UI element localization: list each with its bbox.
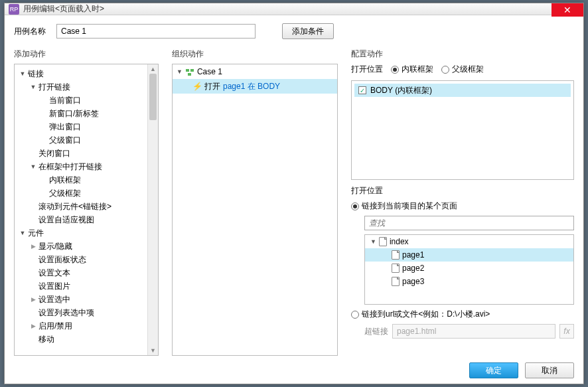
panels: 添加动作 链接 打开链接 当前窗口 新窗口/新标签 弹出窗口 父级窗口 关闭窗口…	[14, 48, 574, 356]
open-position-label-2: 打开位置	[351, 185, 574, 196]
action-row[interactable]: ⚡ 打开 page1 在 BODY	[173, 79, 337, 94]
radio-link-project-page[interactable]: 链接到当前项目的某个页面	[351, 200, 574, 212]
tree-item[interactable]: 关闭窗口	[15, 147, 158, 160]
page-tree-item[interactable]: page3	[365, 275, 573, 288]
configure-action-title: 配置动作	[351, 48, 574, 60]
add-condition-button[interactable]: 添加条件	[282, 23, 334, 39]
tree-item[interactable]: 启用/禁用	[15, 319, 158, 333]
open-position-label: 打开位置	[351, 64, 383, 75]
tree-item[interactable]: 弹出窗口	[15, 120, 158, 133]
organize-action-title: 组织动作	[172, 48, 338, 60]
radio-link-url[interactable]: 链接到url或文件<例如：D:\小楼.avi>	[351, 309, 574, 320]
page-icon	[379, 237, 387, 246]
svg-rect-2	[188, 73, 191, 76]
chevron-down-icon[interactable]: ▼	[177, 68, 183, 75]
dialog-content: 用例名称 添加条件 添加动作 链接 打开链接 当前窗口 新窗口/新标签 弹出窗口…	[5, 15, 583, 385]
configure-action-panel: 配置动作 打开位置 内联框架 父级框架 ✓ BODY (内联框架)	[351, 48, 574, 356]
bolt-icon: ⚡	[192, 82, 202, 91]
tree-item[interactable]: 设置文本	[15, 266, 158, 279]
tree-item[interactable]: 设置自适应视图	[15, 213, 158, 226]
app-icon: RP	[9, 4, 19, 15]
page-icon	[392, 277, 400, 286]
hyperlink-row: 超链接 fx	[364, 324, 574, 339]
scroll-up-icon[interactable]: ▲	[148, 64, 158, 74]
fx-button[interactable]: fx	[559, 324, 574, 339]
action-link: page1 在 BODY	[223, 81, 280, 92]
tree-item[interactable]: 内联框架	[15, 173, 158, 187]
case-icon	[185, 67, 194, 76]
chevron-down-icon[interactable]: ▼	[370, 238, 376, 245]
ok-button[interactable]: 确定	[469, 362, 518, 378]
svg-rect-0	[186, 69, 189, 72]
frame-listbox[interactable]: ✓ BODY (内联框架)	[351, 80, 574, 180]
dialog-footer: 确定 取消	[14, 356, 574, 378]
page-tree[interactable]: ▼ index page1 page2	[364, 234, 574, 305]
tree-item[interactable]: 移动	[15, 333, 158, 346]
titlebar: RP 用例编辑<页面载入时> ✕	[5, 3, 583, 15]
scroll-down-icon[interactable]: ▼	[148, 346, 158, 355]
tree-item[interactable]: 链接	[15, 67, 158, 80]
cancel-button[interactable]: 取消	[525, 362, 574, 378]
organize-action-panel: 组织动作 ▼ Case 1 ⚡ 打开 page1 在 BODY	[172, 48, 338, 356]
case-name-row: 用例名称 添加条件	[14, 23, 574, 39]
case-editor-dialog: RP 用例编辑<页面载入时> ✕ 用例名称 添加条件 添加动作 链接 打开链接 …	[4, 3, 584, 384]
tree-item[interactable]: 设置选中	[15, 293, 158, 306]
tree-item[interactable]: 新窗口/新标签	[15, 107, 158, 120]
tree-item[interactable]: 父级框架	[15, 187, 158, 200]
action-prefix: 打开	[204, 81, 220, 92]
tree-item[interactable]: 显示/隐藏	[15, 240, 158, 253]
hyperlink-label: 超链接	[364, 326, 388, 337]
chevron-right-icon[interactable]	[29, 323, 37, 329]
scrollbar[interactable]: ▲ ▼	[147, 64, 158, 355]
hyperlink-input[interactable]	[392, 324, 555, 339]
close-button[interactable]: ✕	[551, 3, 583, 17]
radio-inline-frame[interactable]: 内联框架	[391, 64, 433, 75]
chevron-down-icon[interactable]	[29, 84, 37, 90]
chevron-down-icon[interactable]	[19, 230, 27, 236]
tree-item[interactable]: 设置列表选中项	[15, 306, 158, 319]
chevron-down-icon[interactable]	[29, 163, 37, 170]
page-search-input[interactable]	[364, 216, 574, 230]
tree-item[interactable]: 设置面板状态	[15, 253, 158, 266]
chevron-down-icon[interactable]	[19, 70, 27, 77]
window-title: 用例编辑<页面载入时>	[23, 3, 104, 15]
tree-item[interactable]: 父级窗口	[15, 133, 158, 147]
case-label: Case 1	[197, 67, 222, 76]
tree-item[interactable]: 滚动到元件<锚链接>	[15, 200, 158, 213]
svg-rect-1	[190, 69, 194, 72]
checkbox-icon[interactable]: ✓	[358, 86, 366, 94]
case-action-tree[interactable]: ▼ Case 1 ⚡ 打开 page1 在 BODY	[172, 64, 338, 356]
page-tree-root[interactable]: ▼ index	[365, 235, 573, 248]
case-name-label: 用例名称	[14, 26, 50, 37]
case-name-input[interactable]	[56, 24, 256, 39]
tree-item[interactable]: 当前窗口	[15, 94, 158, 107]
tree-item[interactable]: 在框架中打开链接	[15, 160, 158, 173]
add-action-title: 添加动作	[14, 48, 159, 60]
add-action-panel: 添加动作 链接 打开链接 当前窗口 新窗口/新标签 弹出窗口 父级窗口 关闭窗口…	[14, 48, 159, 356]
frame-item-label: BODY (内联框架)	[370, 85, 432, 96]
link-target-section: 打开位置 链接到当前项目的某个页面 ▼ index page1	[351, 185, 574, 339]
frame-item[interactable]: ✓ BODY (内联框架)	[354, 84, 571, 97]
radio-parent-frame[interactable]: 父级框架	[441, 64, 484, 75]
scroll-thumb[interactable]	[149, 74, 157, 120]
case-row[interactable]: ▼ Case 1	[173, 64, 337, 79]
chevron-right-icon[interactable]	[29, 296, 37, 303]
chevron-right-icon[interactable]	[29, 243, 37, 250]
page-icon	[392, 264, 400, 273]
page-tree-item[interactable]: page1	[365, 248, 573, 262]
page-tree-item[interactable]: page2	[365, 262, 573, 275]
page-icon	[392, 250, 400, 260]
tree-item[interactable]: 设置图片	[15, 279, 158, 293]
tree-item[interactable]: 元件	[15, 226, 158, 240]
tree-item[interactable]: 打开链接	[15, 80, 158, 94]
action-tree[interactable]: 链接 打开链接 当前窗口 新窗口/新标签 弹出窗口 父级窗口 关闭窗口 在框架中…	[14, 64, 159, 356]
open-position-row: 打开位置 内联框架 父级框架	[351, 64, 574, 75]
